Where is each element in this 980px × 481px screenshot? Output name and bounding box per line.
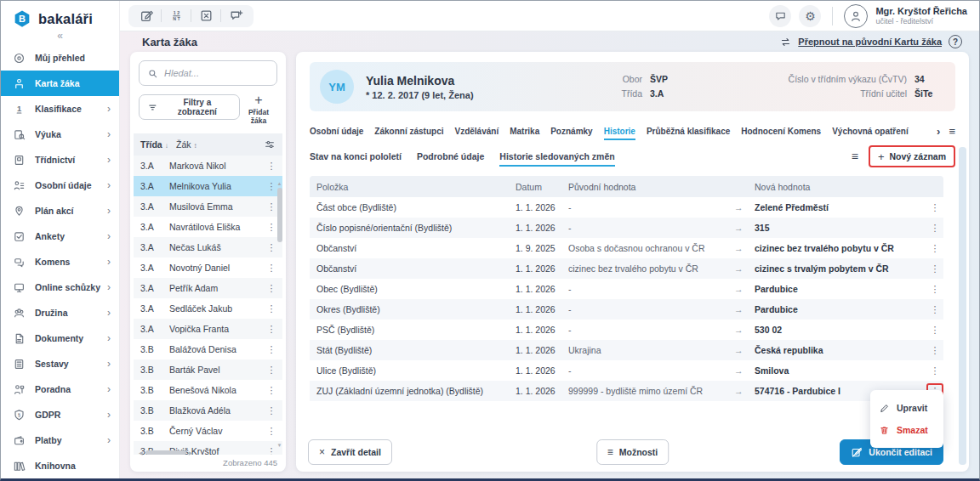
tab[interactable]: Výchovná opatření <box>832 127 908 140</box>
column-settings-icon[interactable] <box>264 139 276 150</box>
scroll-left-icon[interactable]: ◀ <box>139 450 143 456</box>
student-row[interactable]: 3.B Barták Pavel ⋮ <box>134 359 282 380</box>
table-menu-icon[interactable]: ≡ <box>852 150 858 163</box>
student-row[interactable]: 3.A Sedláček Jakub ⋮ <box>134 298 282 319</box>
new-record-button[interactable]: + Nový záznam <box>869 145 955 167</box>
tab[interactable]: Historie <box>604 127 635 140</box>
tab[interactable]: Osobní údaje <box>310 127 363 140</box>
sidebar-item[interactable]: Klasifikace › <box>1 96 119 122</box>
tab[interactable]: Hodnocení Komens <box>741 127 821 140</box>
student-list-panel: Filtry a zobrazení + Přidat žáka Třída↓ … <box>130 52 286 472</box>
student-row[interactable]: 3.A Marková Nikol ⋮ <box>134 156 282 176</box>
column-new-value[interactable]: Nová hodnota <box>755 182 926 192</box>
column-old-value[interactable]: Původní hodnota <box>568 182 734 192</box>
context-edit-item[interactable]: Upravit <box>879 397 935 419</box>
row-menu-icon[interactable]: ⋮ <box>926 364 943 377</box>
student-row[interactable]: 3.B Balážová Denisa ⋮ <box>134 339 282 359</box>
scrollbar-thumb[interactable] <box>145 450 186 455</box>
context-edit-label: Upravit <box>897 403 927 413</box>
student-row[interactable]: 3.A Novotný Daniel ⋮ <box>134 257 282 278</box>
row-menu-icon[interactable]: ⋮ <box>926 323 943 337</box>
close-detail-button[interactable]: × Zavřít detail <box>308 439 392 465</box>
close-icon: × <box>319 446 325 458</box>
tabs-overflow-icon[interactable]: › <box>937 125 940 138</box>
history-new-value: cizinec bez trvalého pobytu v ČR <box>755 243 926 253</box>
context-delete-item[interactable]: Smazat <box>879 419 935 441</box>
user-info[interactable]: Mgr. Kryštof Řeřicha učitel - ředitelstv… <box>875 6 967 26</box>
help-icon[interactable]: ? <box>949 35 962 48</box>
brand-logo[interactable]: bakaláři <box>1 1 119 30</box>
sidebar-item[interactable]: Družina › <box>1 300 119 325</box>
sidebar-item[interactable]: Můj přehled › <box>1 45 119 71</box>
scroll-right-icon[interactable]: ▶ <box>189 450 193 456</box>
sidebar-item[interactable]: Ankety › <box>1 224 119 249</box>
horizontal-scrollbar[interactable]: ◀ ▶ <box>139 450 277 456</box>
column-student-sort[interactable]: Žák↕ <box>176 139 264 150</box>
student-row[interactable]: 3.A Nečas Lukáš ⋮ <box>134 237 282 257</box>
history-item: PSČ (Bydliště) <box>310 325 516 335</box>
sidebar-item[interactable]: Platby › <box>1 427 119 453</box>
sidebar-item[interactable]: Sestavy › <box>1 351 119 376</box>
student-row[interactable]: 3.B Blažková Adéla ⋮ <box>134 400 282 421</box>
tab[interactable]: Vzdělávání <box>454 127 499 140</box>
subtab[interactable]: Podrobné údaje <box>417 146 484 167</box>
sidebar-item[interactable]: Výuka › <box>1 122 119 147</box>
row-menu-icon[interactable]: ⋮ <box>926 201 943 214</box>
column-date[interactable]: Datum <box>516 182 568 192</box>
sidebar-item[interactable]: Osobní údaje › <box>1 173 119 198</box>
messages-icon-button[interactable] <box>769 5 791 27</box>
sidebar-item[interactable]: Karta žáka › <box>1 71 119 96</box>
sidebar-item[interactable]: Poradna › <box>1 376 119 402</box>
add-student-button[interactable]: + Přidat žáka <box>240 94 277 125</box>
tab[interactable]: Průběžná klasifikace <box>647 127 730 140</box>
student-row[interactable]: 3.A Petřík Adam ⋮ <box>134 278 282 298</box>
scrollbar-thumb[interactable] <box>277 188 282 242</box>
sidebar-item[interactable]: Komens › <box>1 249 119 274</box>
sidebar-item[interactable]: Online schůzky › <box>1 274 119 300</box>
tab[interactable]: Poznámky <box>550 127 592 140</box>
switch-card-link[interactable]: Přepnout na původní Kartu žáka <box>798 37 942 47</box>
sidebar-item[interactable]: Třídnictví › <box>1 147 119 173</box>
settings-icon-button[interactable]: ⚙ <box>799 5 821 27</box>
tab[interactable]: Matrika <box>510 127 539 140</box>
row-menu-icon[interactable]: ⋮ <box>926 262 943 275</box>
toolbar-divider <box>832 7 833 25</box>
filters-button[interactable]: Filtry a zobrazení <box>139 94 240 120</box>
student-row[interactable]: 3.A Melnikova Yulia ⋮ <box>134 176 282 196</box>
column-class-sort[interactable]: Třída↓ <box>140 139 176 150</box>
column-item[interactable]: Položka <box>310 182 516 192</box>
sidebar-item[interactable]: Knihovna › <box>1 453 119 478</box>
tabs-menu-icon[interactable]: ≡ <box>949 125 955 138</box>
sidebar-collapse-icon[interactable]: « <box>1 30 119 43</box>
edit-record-icon-button[interactable] <box>137 7 156 25</box>
row-menu-icon[interactable]: ⋮ <box>926 303 943 316</box>
sidebar-item[interactable]: Plán akcí › <box>1 198 119 224</box>
student-row[interactable]: 3.A Vopička Franta ⋮ <box>134 319 282 339</box>
grades-icon-button[interactable] <box>167 7 185 25</box>
sidebar-item-label: GDPR <box>35 410 107 420</box>
tab[interactable]: Zákonní zástupci <box>374 127 443 140</box>
sidebar-item[interactable]: Dokumenty › <box>1 325 119 351</box>
sidebar-item[interactable]: GDPR › <box>1 402 119 427</box>
plus-icon: + <box>240 94 277 106</box>
options-button[interactable]: ≡ Možnosti <box>596 439 669 465</box>
scroll-down-icon[interactable]: ▼ <box>277 443 282 448</box>
row-menu-icon[interactable]: ⋮ <box>265 161 277 172</box>
student-row[interactable]: 3.B Benešová Nikola ⋮ <box>134 380 282 400</box>
vertical-scrollbar[interactable]: ▲ ▼ <box>276 181 283 448</box>
subtab[interactable]: Historie sledovaných změn <box>499 146 614 167</box>
search-input[interactable] <box>164 68 269 78</box>
new-message-icon-button[interactable] <box>226 7 245 25</box>
detail-vertical-scrollbar[interactable] <box>959 147 966 465</box>
absence-icon-button[interactable] <box>197 7 215 25</box>
subtab[interactable]: Stav na konci pololetí <box>310 146 402 167</box>
student-row[interactable]: 3.B Černý Václav ⋮ <box>134 421 282 441</box>
student-row[interactable]: 3.A Musilová Emma ⋮ <box>134 196 282 217</box>
row-menu-icon[interactable]: ⋮ <box>926 241 943 255</box>
row-menu-icon[interactable]: ⋮ <box>926 343 943 357</box>
row-menu-icon[interactable]: ⋮ <box>926 221 943 235</box>
user-avatar[interactable] <box>844 4 868 28</box>
row-menu-icon[interactable]: ⋮ <box>926 282 943 296</box>
scroll-up-icon[interactable]: ▲ <box>277 181 282 186</box>
student-row[interactable]: 3.A Navrátilová Eliška ⋮ <box>134 217 282 237</box>
